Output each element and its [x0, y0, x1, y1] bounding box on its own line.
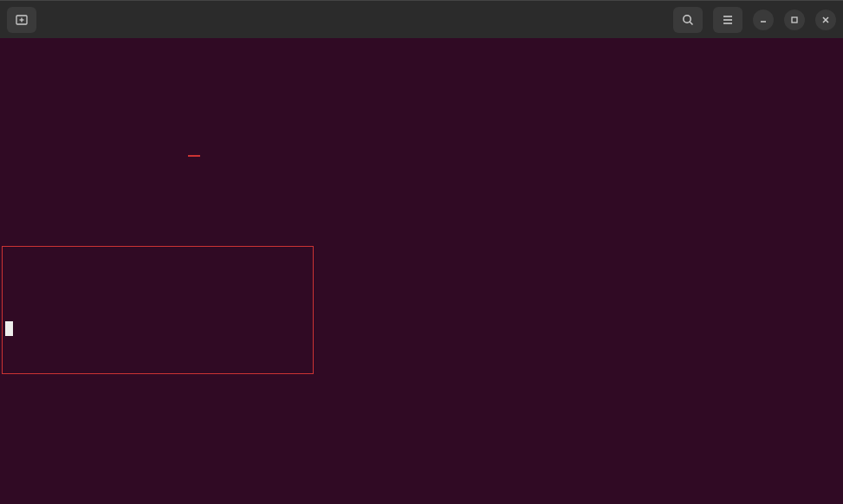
- close-icon: [821, 16, 830, 24]
- highlighted-box-2: [2, 246, 314, 374]
- svg-line-4: [690, 22, 692, 24]
- search-icon: [681, 13, 695, 27]
- svg-point-3: [684, 15, 691, 22]
- new-tab-icon: [15, 13, 29, 27]
- hamburger-icon: [721, 13, 735, 27]
- search-button[interactable]: [673, 7, 703, 33]
- terminal-output[interactable]: [0, 38, 843, 504]
- close-button[interactable]: [815, 10, 836, 30]
- maximize-icon: [790, 16, 799, 24]
- maximize-button[interactable]: [784, 10, 805, 30]
- minimize-button[interactable]: [753, 10, 774, 30]
- menu-button[interactable]: [713, 7, 742, 33]
- terminal-cursor: [5, 321, 13, 336]
- new-tab-button[interactable]: [7, 7, 36, 33]
- minimize-icon: [759, 16, 768, 24]
- highlighted-box-1: [188, 155, 200, 157]
- titlebar: [0, 0, 843, 38]
- svg-rect-9: [792, 17, 797, 23]
